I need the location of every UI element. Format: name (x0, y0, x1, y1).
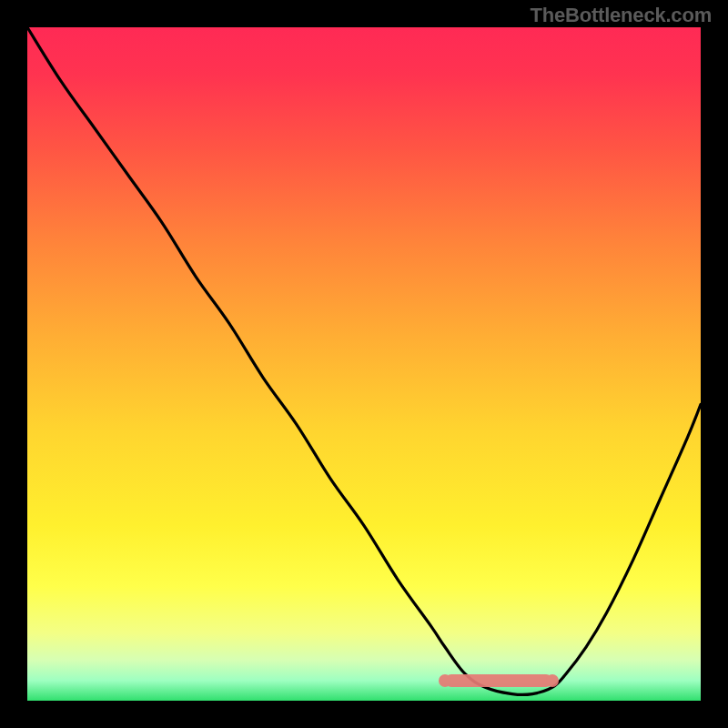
plot-area (27, 27, 701, 701)
optimal-range-marker (445, 674, 552, 687)
chart-frame: TheBottleneck.com (0, 0, 728, 728)
bottleneck-curve (27, 27, 701, 701)
attribution-label: TheBottleneck.com (530, 4, 712, 27)
